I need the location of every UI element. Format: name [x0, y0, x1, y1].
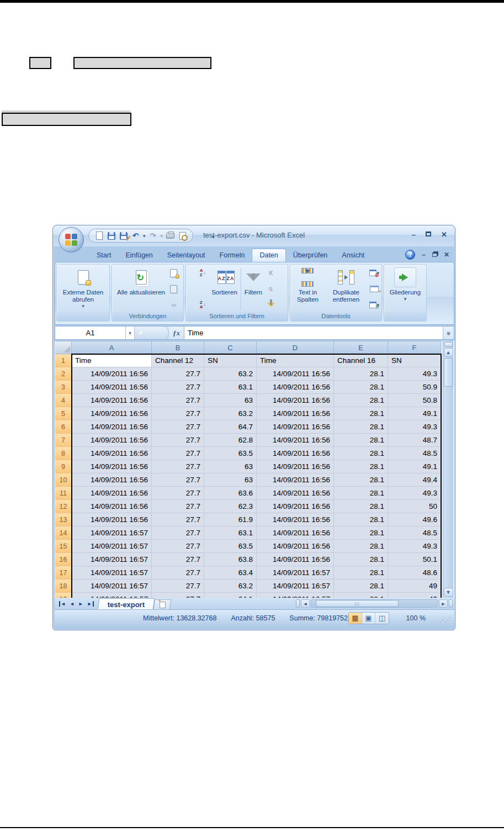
cell-D7[interactable]: 14/09/2011 16:56 [257, 434, 334, 447]
cell-E9[interactable]: 28.1 [334, 460, 388, 473]
cell-B10[interactable]: 27.7 [152, 473, 204, 487]
pane-split-handle[interactable] [449, 599, 453, 608]
workbook-close-button[interactable]: ✕ [444, 251, 449, 259]
consolidate-icon[interactable]: ▪ [369, 283, 380, 294]
column-header-E[interactable]: E [334, 341, 388, 354]
cell-C13[interactable]: 61.9 [204, 513, 257, 526]
name-box[interactable]: A1 [55, 327, 126, 339]
resize-grip-icon[interactable]: ⋰⋰ [439, 616, 450, 624]
properties-icon[interactable] [168, 283, 179, 294]
cell-B9[interactable]: 27.7 [152, 460, 204, 473]
cell-D12[interactable]: 14/09/2011 16:56 [257, 500, 334, 513]
cell-A16[interactable]: 14/09/2011 16:57 [72, 553, 152, 566]
cell-C18[interactable]: 63.2 [204, 580, 257, 593]
cell-D19[interactable]: 14/09/2011 16:57 [257, 593, 334, 598]
cell-A12[interactable]: 14/09/2011 16:56 [72, 500, 152, 513]
cell-F11[interactable]: 49.3 [388, 487, 441, 500]
cell-A5[interactable]: 14/09/2011 16:56 [72, 407, 152, 420]
gliederung-button[interactable]: Gliederung ▾ [388, 266, 422, 312]
cell-C2[interactable]: 63.2 [204, 367, 257, 381]
previous-sheet-icon[interactable]: ◄ [70, 601, 75, 607]
tab-einfuegen[interactable]: Einfügen [118, 249, 160, 262]
expand-formula-bar-icon[interactable]: » [443, 327, 454, 339]
cell-F3[interactable]: 50.9 [388, 381, 441, 394]
formula-input[interactable]: Time [184, 327, 443, 339]
cell-F1[interactable]: SN [388, 354, 441, 367]
maximize-button[interactable] [426, 231, 431, 236]
cell-A8[interactable]: 14/09/2011 16:56 [72, 447, 152, 460]
cell-F8[interactable]: 48.5 [388, 447, 441, 460]
cell-A9[interactable]: 14/09/2011 16:56 [72, 460, 152, 473]
cell-F14[interactable]: 48.5 [388, 526, 441, 540]
row-header-1[interactable]: 1 [55, 354, 72, 367]
cell-A7[interactable]: 14/09/2011 16:56 [72, 434, 152, 447]
cell-E12[interactable]: 28.1 [334, 500, 388, 513]
page-layout-view-icon[interactable]: ▣ [362, 613, 375, 624]
cell-D2[interactable]: 14/09/2011 16:56 [257, 367, 334, 381]
row-header-3[interactable]: 3 [55, 381, 72, 394]
cell-F13[interactable]: 49.6 [388, 513, 441, 526]
sortieren-button[interactable]: AZ ZA Sortieren [210, 266, 239, 312]
cell-D5[interactable]: 14/09/2011 16:56 [257, 407, 334, 420]
cell-C16[interactable]: 63.8 [204, 553, 257, 566]
cell-B15[interactable]: 27.7 [152, 540, 204, 553]
vertical-scrollbar[interactable]: ▲ ▼ [443, 341, 453, 598]
cell-F18[interactable]: 49 [388, 580, 441, 593]
cell-E17[interactable]: 28.1 [334, 566, 388, 580]
cell-C14[interactable]: 63.1 [204, 526, 257, 540]
first-sheet-icon[interactable]: ◄ [59, 601, 66, 607]
vertical-split-handle[interactable] [444, 342, 453, 347]
horizontal-scrollbar[interactable]: ◄ ► [296, 598, 454, 609]
cell-B14[interactable]: 27.7 [152, 526, 204, 540]
cell-D9[interactable]: 14/09/2011 16:56 [257, 460, 334, 473]
row-header-6[interactable]: 6 [55, 420, 72, 434]
scroll-down-icon[interactable]: ▼ [444, 588, 453, 597]
cell-E3[interactable]: 28.1 [334, 381, 388, 394]
cell-B3[interactable]: 27.7 [152, 381, 204, 394]
cell-C17[interactable]: 63.4 [204, 566, 257, 580]
column-header-A[interactable]: A [72, 341, 152, 354]
cell-F4[interactable]: 50.8 [388, 394, 441, 407]
cell-B18[interactable]: 27.7 [152, 580, 204, 593]
sort-az-icon[interactable]: AZ↓ [197, 267, 208, 278]
workbook-minimize-button[interactable]: – [422, 251, 426, 259]
cell-F15[interactable]: 49.3 [388, 540, 441, 553]
data-validation-icon[interactable]: ⊘▾ [369, 267, 380, 278]
cell-A10[interactable]: 14/09/2011 16:56 [72, 473, 152, 487]
scroll-left-icon[interactable]: ◄ [301, 599, 310, 608]
cell-B17[interactable]: 27.7 [152, 566, 204, 580]
cell-E18[interactable]: 28.1 [334, 580, 388, 593]
cell-C12[interactable]: 62.3 [204, 500, 257, 513]
cell-C4[interactable]: 63 [204, 394, 257, 407]
sheet-tab-test-export[interactable]: test-export [97, 598, 155, 609]
row-header-18[interactable]: 18 [55, 580, 72, 593]
text-in-spalten-button[interactable]: Text in Spalten [291, 266, 324, 312]
office-button[interactable] [59, 227, 84, 252]
cell-A3[interactable]: 14/09/2011 16:56 [72, 381, 152, 394]
cell-A4[interactable]: 14/09/2011 16:56 [72, 394, 152, 407]
sort-za-icon[interactable]: ZA↓ [197, 299, 208, 310]
cell-F10[interactable]: 49.4 [388, 473, 441, 487]
cell-A11[interactable]: 14/09/2011 16:56 [72, 487, 152, 500]
cell-D15[interactable]: 14/09/2011 16:56 [257, 540, 334, 553]
cell-A15[interactable]: 14/09/2011 16:57 [72, 540, 152, 553]
horizontal-scroll-track[interactable] [311, 599, 438, 608]
cell-A18[interactable]: 14/09/2011 16:57 [72, 580, 152, 593]
cell-F12[interactable]: 50 [388, 500, 441, 513]
cell-A6[interactable]: 14/09/2011 16:56 [72, 420, 152, 434]
cell-F7[interactable]: 48.7 [388, 434, 441, 447]
last-sheet-icon[interactable]: ► [87, 601, 94, 607]
cell-F6[interactable]: 49.3 [388, 420, 441, 434]
cell-C1[interactable]: SN [204, 354, 257, 367]
cell-C10[interactable]: 63 [204, 473, 257, 487]
workbook-restore-button[interactable] [432, 252, 437, 257]
edit-links-icon[interactable]: ∞ [168, 299, 179, 310]
cell-E19[interactable]: 28.1 [334, 593, 388, 598]
externe-daten-abrufen-button[interactable]: Externe Daten abrufen ▾ [58, 266, 108, 312]
cell-C8[interactable]: 63.5 [204, 447, 257, 460]
cell-A13[interactable]: 14/09/2011 16:56 [72, 513, 152, 526]
row-header-4[interactable]: 4 [55, 394, 72, 407]
cell-C5[interactable]: 63.2 [204, 407, 257, 420]
cell-E13[interactable]: 28.1 [334, 513, 388, 526]
select-all-corner[interactable] [55, 341, 72, 354]
